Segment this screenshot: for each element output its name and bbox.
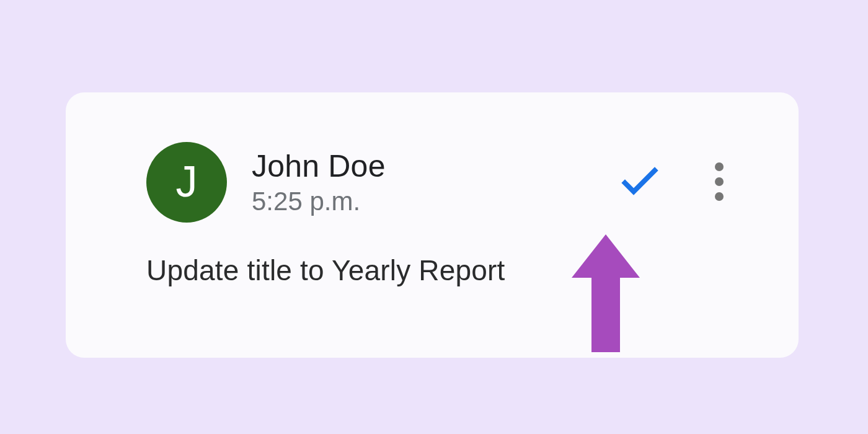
avatar: J [146, 142, 227, 223]
svg-point-1 [715, 177, 724, 186]
svg-point-0 [715, 162, 724, 171]
author-block: John Doe 5:25 p.m. [252, 148, 596, 216]
comment-timestamp: 5:25 p.m. [252, 187, 596, 216]
comment-card: J John Doe 5:25 p.m. [66, 92, 799, 358]
author-name: John Doe [252, 148, 596, 184]
comment-actions [621, 162, 724, 203]
comment-header: J John Doe 5:25 p.m. [146, 142, 718, 223]
more-options-button[interactable] [714, 162, 724, 203]
check-icon [621, 167, 658, 198]
avatar-initial: J [176, 157, 198, 206]
more-vertical-icon [714, 162, 724, 203]
comment-body: Update title to Yearly Report [146, 254, 718, 287]
resolve-button[interactable] [621, 167, 658, 198]
svg-point-2 [715, 192, 724, 201]
